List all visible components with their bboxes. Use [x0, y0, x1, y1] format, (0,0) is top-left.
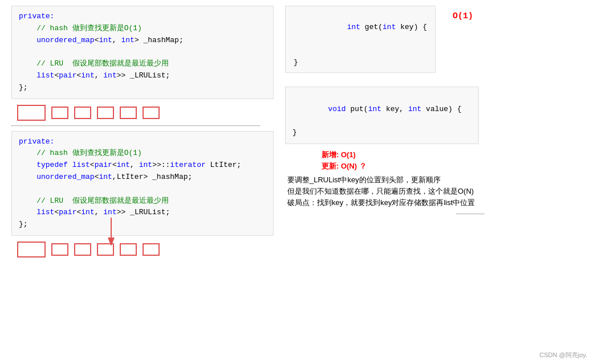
watermark: CSDN @阿亮joy.: [539, 351, 587, 359]
arrow-box-container: [97, 243, 114, 256]
get-code-block: int get(int key) { }: [285, 6, 436, 79]
bottom-boxes-row: [17, 242, 274, 257]
code-line: };: [19, 219, 266, 231]
box-rect-bottom-3: [74, 243, 91, 256]
right-annotations: 新增: O(1) 更新: O(N) ？ 要调整_LRUList中key的位置到头…: [287, 150, 588, 208]
code-line: // hash 做到查找更新是O(1): [19, 148, 266, 159]
new-label-text: 新增: O(1): [322, 150, 356, 159]
code-line: private:: [19, 136, 266, 148]
right-panel: int get(int key) { } O(1) void put(int k…: [274, 0, 594, 364]
box-rect-6: [143, 107, 160, 119]
section-divider: [11, 125, 261, 126]
code-line: // LRU 假设尾部数据就是最近最少用: [19, 58, 266, 70]
bottom-section: [11, 242, 274, 257]
code-line: unordered_map<int,LtIter> _hashMap;: [19, 171, 266, 183]
code-line: };: [19, 82, 266, 94]
annotation-line2: 但是我们不知道数据在哪，只能遍历查找，这个就是O(N): [287, 186, 588, 197]
code-line: typedef list<pair<int, int>>::iterator L…: [19, 159, 266, 171]
top-boxes-row: [17, 105, 274, 121]
get-code-line-2: [294, 45, 427, 57]
code-line: list<pair<int, int>> _LRUList;: [19, 70, 266, 82]
box-rect-2: [51, 107, 68, 119]
update-label: 更新: O(N) ？: [322, 161, 588, 171]
main-container: private: // hash 做到查找更新是O(1) unordered_m…: [0, 0, 594, 364]
code-line: [19, 183, 266, 195]
box-rect-3: [74, 107, 91, 119]
new-label: 新增: O(1): [322, 150, 588, 160]
box-rect-bottom-6: [143, 243, 160, 256]
spacer1: [285, 79, 588, 87]
left-panel: private: // hash 做到查找更新是O(1) unordered_m…: [0, 0, 274, 364]
code-line: list<pair<int, int>> _LRUList;: [19, 207, 266, 219]
o1-annotation: O(1): [453, 6, 473, 24]
put-code-block: void put(int key, int value) { }: [285, 87, 479, 144]
box-rect-bottom-1: [17, 242, 46, 257]
box-rect-1: [17, 105, 46, 121]
right-top-code: int get(int key) { } O(1): [285, 6, 588, 79]
box-rect-5: [120, 107, 137, 119]
put-code-line-2: }: [292, 127, 471, 139]
code-line: [19, 46, 266, 58]
box-rect-4: [97, 107, 114, 119]
code-line: // LRU 假设尾部数据就是最近最少用: [19, 195, 266, 207]
box-rect-bottom-2: [51, 243, 68, 256]
get-code-line-3: }: [294, 57, 427, 69]
update-label-text: 更新: O(N) ？: [322, 162, 367, 170]
get-code-line-1: int get(int key) {: [294, 10, 427, 45]
code-line: unordered_map<int, int> _hashMap;: [19, 35, 266, 47]
arrow-svg: [100, 215, 123, 246]
code-line: private:: [19, 11, 266, 23]
small-line: [456, 214, 485, 214]
code-line: // hash 做到查找更新是O(1): [19, 23, 266, 35]
left-top-code-block: private: // hash 做到查找更新是O(1) unordered_m…: [11, 6, 274, 99]
left-bottom-code-block: private: // hash 做到查找更新是O(1) typedef lis…: [11, 131, 274, 236]
svg-marker-1: [108, 238, 115, 246]
annotation-line3: 破局点：找到key，就要找到key对应存储数据再list中位置: [287, 198, 588, 208]
annotation-line1: 要调整_LRUList中key的位置到头部，更新顺序: [287, 175, 588, 185]
put-code-line-1: void put(int key, int value) {: [292, 92, 471, 127]
o1-label: O(1): [453, 11, 473, 21]
